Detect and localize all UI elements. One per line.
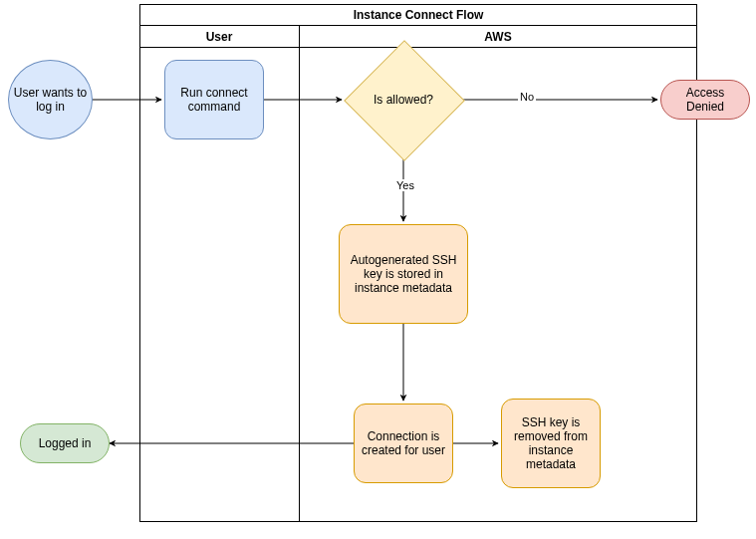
node-run-connect: Run connect command bbox=[164, 60, 264, 139]
node-is-allowed-label: Is allowed? bbox=[344, 40, 463, 159]
node-access-denied-label: Access Denied bbox=[665, 86, 745, 114]
node-create-conn: Connection is created for user bbox=[354, 404, 453, 483]
node-access-denied: Access Denied bbox=[660, 80, 750, 120]
node-remove-key: SSH key is removed from instance metadat… bbox=[501, 399, 601, 488]
node-store-key: Autogenerated SSH key is stored in insta… bbox=[339, 224, 468, 324]
node-logged-in: Logged in bbox=[20, 423, 110, 463]
node-run-connect-label: Run connect command bbox=[171, 86, 257, 114]
node-is-allowed: Is allowed? bbox=[344, 40, 463, 159]
node-start-label: User wants to log in bbox=[13, 86, 88, 114]
node-store-key-label: Autogenerated SSH key is stored in insta… bbox=[346, 253, 461, 295]
node-create-conn-label: Connection is created for user bbox=[361, 429, 446, 457]
node-logged-in-label: Logged in bbox=[39, 436, 92, 450]
node-remove-key-label: SSH key is removed from instance metadat… bbox=[508, 415, 594, 471]
flowchart-instance-connect: Instance Connect Flow User AWS No Yes Us… bbox=[0, 0, 756, 539]
node-start: User wants to log in bbox=[8, 60, 93, 139]
